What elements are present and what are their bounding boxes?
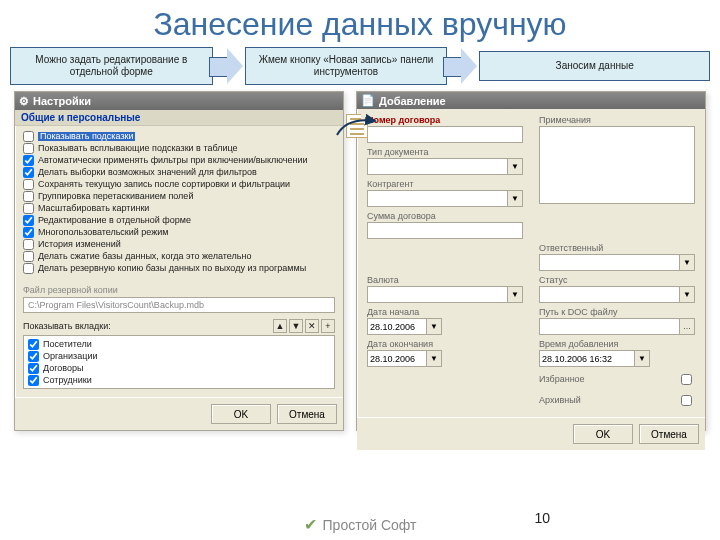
checkbox[interactable]	[23, 203, 34, 214]
checkbox[interactable]	[23, 131, 34, 142]
tab-item[interactable]: Посетители	[28, 339, 330, 350]
document-icon: 📄	[361, 94, 375, 107]
settings-section-head: Общие и персональные	[15, 110, 343, 126]
backup-path: C:\Program Files\VisitorsCount\Backup.md…	[23, 297, 335, 313]
amount-input[interactable]	[367, 222, 523, 239]
tab-label: Организации	[43, 352, 97, 362]
currency-input[interactable]	[367, 286, 508, 303]
tabs-add-button[interactable]: +	[321, 319, 335, 333]
checkbox[interactable]	[23, 143, 34, 154]
check-label: Делать сжатие базы данных, когда это жел…	[38, 252, 251, 262]
settings-check[interactable]: Группировка перетаскиванием полей	[23, 191, 335, 202]
check-label: Показывать всплывающие подсказки в табли…	[38, 144, 238, 154]
settings-dialog: ⚙ Настройки Общие и персональные Показыв…	[14, 91, 344, 431]
check-label: Группировка перетаскиванием полей	[38, 192, 193, 202]
added-time-input[interactable]	[539, 350, 635, 367]
settings-check[interactable]: Показывать подсказки	[23, 131, 335, 142]
checkbox[interactable]	[23, 155, 34, 166]
check-label: Делать выборки возможных значений для фи…	[38, 168, 257, 178]
checkbox[interactable]	[28, 339, 39, 350]
settings-titlebar: ⚙ Настройки	[15, 92, 343, 110]
settings-ok-button[interactable]: OK	[211, 404, 271, 424]
settings-check[interactable]: Редактирование в отдельной форме	[23, 215, 335, 226]
checkbox[interactable]	[23, 215, 34, 226]
tabs-list[interactable]: ПосетителиОрганизацииДоговорыСотрудники	[23, 335, 335, 389]
footer: ✔ Простой Софт	[0, 515, 720, 534]
settings-check[interactable]: Сохранять текущую запись после сортировк…	[23, 179, 335, 190]
ellipsis-icon[interactable]: …	[680, 318, 695, 335]
field-added-time: Время добавления ▼	[539, 339, 695, 367]
chevron-down-icon[interactable]: ▼	[508, 286, 523, 303]
checkbox[interactable]	[23, 263, 34, 274]
checkbox[interactable]	[28, 375, 39, 386]
chevron-down-icon[interactable]: ▼	[427, 318, 442, 335]
add-cancel-button[interactable]: Отмена	[639, 424, 699, 444]
add-dialog: 📄 Добавление Номер договора Примечания Т…	[356, 91, 706, 431]
chevron-down-icon[interactable]: ▼	[635, 350, 650, 367]
check-label: Делать резервную копию базы данных по вы…	[38, 264, 306, 274]
stage-row: Можно задать редактирование в отдельной …	[0, 47, 720, 85]
check-icon: ✔	[304, 515, 317, 534]
doc-number-input[interactable]	[367, 126, 523, 143]
arrow-icon	[443, 48, 479, 84]
field-doc-type: Тип документа ▼	[367, 147, 523, 175]
tab-item[interactable]: Организации	[28, 351, 330, 362]
checkbox[interactable]	[23, 179, 34, 190]
field-counterparty: Контрагент ▼	[367, 179, 523, 207]
chevron-down-icon[interactable]: ▼	[508, 190, 523, 207]
settings-check[interactable]: Масштабировать картинки	[23, 203, 335, 214]
settings-check[interactable]: Делать сжатие базы данных, когда это жел…	[23, 251, 335, 262]
settings-check[interactable]: История изменений	[23, 239, 335, 250]
doc-type-input[interactable]	[367, 158, 508, 175]
chevron-down-icon[interactable]: ▼	[508, 158, 523, 175]
settings-check[interactable]: Многопользовательский режим	[23, 227, 335, 238]
check-label: Сохранять текущую запись после сортировк…	[38, 180, 290, 190]
date-start-input[interactable]	[367, 318, 427, 335]
checkbox[interactable]	[23, 251, 34, 262]
checkbox[interactable]	[23, 227, 34, 238]
archived-checkbox[interactable]	[681, 395, 692, 406]
field-doc-path: Путь к DOC файлу …	[539, 307, 695, 335]
checkbox[interactable]	[28, 351, 39, 362]
settings-check[interactable]: Автоматически применять фильтры при вклю…	[23, 155, 335, 166]
tab-item[interactable]: Сотрудники	[28, 375, 330, 386]
chevron-down-icon[interactable]: ▼	[680, 286, 695, 303]
wrench-icon: ⚙	[19, 95, 29, 108]
tabs-remove-button[interactable]: ✕	[305, 319, 319, 333]
footer-brand: Простой Софт	[323, 517, 417, 533]
settings-check[interactable]: Показывать всплывающие подсказки в табли…	[23, 143, 335, 154]
status-input[interactable]	[539, 286, 680, 303]
field-favorite: Избранное	[539, 371, 695, 388]
field-doc-number: Номер договора	[367, 115, 523, 143]
doc-path-input[interactable]	[539, 318, 680, 335]
check-label: Автоматически применять фильтры при вклю…	[38, 156, 308, 166]
chevron-down-icon[interactable]: ▼	[427, 350, 442, 367]
checkbox[interactable]	[28, 363, 39, 374]
counterparty-input[interactable]	[367, 190, 508, 207]
field-notes: Примечания	[539, 115, 695, 239]
notes-input[interactable]	[539, 126, 695, 204]
field-status: Статус ▼	[539, 275, 695, 303]
settings-cancel-button[interactable]: Отмена	[277, 404, 337, 424]
add-title: Добавление	[379, 95, 446, 107]
checkbox[interactable]	[23, 167, 34, 178]
checkbox[interactable]	[23, 239, 34, 250]
tabs-up-button[interactable]: ▲	[273, 319, 287, 333]
settings-check[interactable]: Делать резервную копию базы данных по вы…	[23, 263, 335, 274]
tab-item[interactable]: Договоры	[28, 363, 330, 374]
favorite-checkbox[interactable]	[681, 374, 692, 385]
tab-label: Сотрудники	[43, 376, 92, 386]
tabs-down-button[interactable]: ▼	[289, 319, 303, 333]
stage-box-3: Заносим данные	[479, 51, 710, 81]
arrow-icon	[209, 48, 245, 84]
settings-check[interactable]: Делать выборки возможных значений для фи…	[23, 167, 335, 178]
field-date-end: Дата окончания ▼	[367, 339, 523, 367]
chevron-down-icon[interactable]: ▼	[680, 254, 695, 271]
date-end-input[interactable]	[367, 350, 427, 367]
add-ok-button[interactable]: OK	[573, 424, 633, 444]
settings-title: Настройки	[33, 95, 91, 107]
responsible-input[interactable]	[539, 254, 680, 271]
checkbox[interactable]	[23, 191, 34, 202]
stage-box-2: Жмем кнопку «Новая запись» панели инстру…	[245, 47, 448, 85]
curved-arrow-icon	[335, 115, 381, 141]
